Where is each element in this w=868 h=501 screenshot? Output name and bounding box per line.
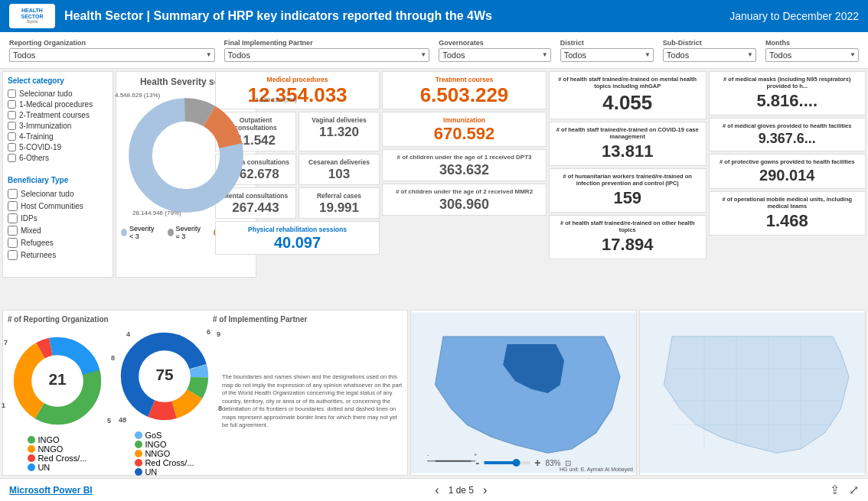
zoom-plus[interactable]: + [534,457,540,469]
legend-partner-red: Red Cross/... [135,458,194,467]
filter-gov-label: Governorates [439,39,551,47]
filter-gov-select-wrapper[interactable]: Todos [439,48,551,62]
ben-item-refugee[interactable]: Refugees [8,238,108,248]
prev-page-button[interactable]: ‹ [435,483,439,497]
zoom-slider-thumb[interactable] [512,459,520,467]
legend-dot-partner-un [135,468,142,476]
category-checkbox-6[interactable] [8,154,16,162]
category-title: Select category [8,76,108,85]
kpi-other-topics-lbl: # of health staff trained/re-trained on … [553,220,702,233]
filter-months-select-wrapper[interactable]: Todos [765,48,859,62]
kpi-dpt3-lbl: # of children under the age of 1 receive… [387,154,541,161]
filter-gov-select[interactable]: Todos [439,48,551,62]
legend-red-cross: Red Cross/... [28,454,86,463]
filter-subdistrict-select-wrapper[interactable]: Todos [663,48,756,62]
kpi-vaginal: Vaginal deliveries 11.320 [299,112,380,151]
fullscreen-icon[interactable]: ⤢ [849,483,859,497]
category-item-5[interactable]: 5-COVID-19 [8,143,108,151]
reporting-title: # of Reporting Organization [8,315,197,324]
legend-dot-eq3 [168,229,174,236]
syria-map-1: - + HG unit: E. Ayman Al Mobayed - + 83%… [410,310,637,476]
filter-subdistrict-select[interactable]: Todos [663,48,756,62]
kpi-referral-val: 19.991 [304,201,374,214]
kpi-masks-val: 5.816.... [713,91,862,111]
category-item-3[interactable]: 3-Immunization [8,122,108,130]
severity-label-gt3: 4.548.629 (13%) [115,92,160,99]
category-checkbox-5[interactable] [8,143,16,151]
category-checkbox-all[interactable] [8,89,16,98]
ben-checkbox-host[interactable] [8,201,18,211]
syria-map-2 [639,310,866,476]
category-item-4[interactable]: 4-Training [8,132,108,141]
filter-reporting-org-select[interactable]: Todos [9,48,215,62]
kpi-other-topics-val: 17.894 [553,235,702,255]
powerbi-link[interactable]: Microsoft Power BI [9,485,93,496]
category-checkbox-2[interactable] [8,111,16,119]
filter-subdistrict-label: Sub-District [663,39,756,47]
reporting-legend: INGO NNGO Red Cross/... UN [28,435,86,472]
partner-donut-wrap: 75 4 6 9 8 48 [115,327,214,428]
ben-checkbox-returnee[interactable] [8,250,18,260]
label-partner-red: 8 [218,405,222,412]
next-page-button[interactable]: › [483,483,487,497]
kpi-covid-mgmt-val: 13.811 [553,142,702,161]
kpi-ipc-lbl: # of humanitarian workers trained/re-tra… [553,173,702,187]
kpi-covid-mgmt: # of health staff trained/re-trained on … [549,122,706,166]
legend-un-org: UN [28,463,86,472]
category-checkbox-3[interactable] [8,122,16,130]
legend-dot-un [28,464,35,471]
ben-checkbox-refugee[interactable] [8,238,18,248]
disclaimer: The boundaries and names shown and the d… [222,373,403,430]
ben-checkbox-all[interactable] [8,189,18,199]
kpi-mhgap: # of health staff trained/re-trained on … [549,71,706,119]
legend-dot-nngo [28,445,35,453]
content-row: Select category Selecionar tudo 1-Medica… [0,69,868,310]
left-top: Select category Selecionar tudo 1-Medica… [2,71,213,278]
ben-checkbox-idp[interactable] [8,213,18,223]
filter-final-partner: Final Implementing Partner Todos [221,32,433,68]
filter-district-select-wrapper[interactable]: Todos [560,48,654,62]
ben-checkbox-mixed[interactable] [8,226,18,236]
legend-dot-partner-ingo [135,441,142,448]
category-item-2[interactable]: 2-Treatment courses [8,111,108,119]
category-item-6[interactable]: 6-Others [8,154,108,162]
beneficiary-section: Beneficiary Type Selecionar tudo Host Co… [8,176,108,260]
category-item-all[interactable]: Selecionar tudo [8,89,108,98]
filter-district-select[interactable]: Todos [560,48,654,62]
kpi-treatment: Treatment courses 6.503.229 [382,71,547,109]
legend-dot-redcross [28,454,35,462]
zoom-controls: - + 83% ⊡ [476,457,572,469]
ben-item-host[interactable]: Host Communities [8,201,108,211]
legend-dot-gos [135,431,142,439]
kpi-masks: # of medical masks (including N95 respir… [709,71,866,115]
legend-ingo: INGO [28,435,86,444]
legend-dot-partner-red [135,459,142,467]
filter-final-partner-select-wrapper[interactable]: Todos [224,48,430,62]
partner-chart: 75 4 6 9 8 48 GoS INGO NNGO Red Cross/..… [115,327,214,477]
legend-partner-ingo: INGO [135,440,194,449]
legend-nngo: NNGO [28,444,86,454]
kpi-treatment-lbl: Treatment courses [387,76,541,83]
ben-item-mixed[interactable]: Mixed [8,226,108,236]
legend-dot-ingo [28,436,35,444]
ben-item-idp[interactable]: IDPs [8,213,108,223]
filter-reporting-org-select-wrapper[interactable]: Todos [9,48,215,62]
kpi-referral: Referral cases 19.991 [299,187,380,219]
zoom-slider-fill [484,461,516,464]
filter-final-partner-select[interactable]: Todos [224,48,430,62]
logo-text: HEALTH SECTOR Syria [21,8,43,24]
category-checkbox-1[interactable] [8,100,16,109]
kpi-mmr2: # of children under the age of 2 receive… [382,184,547,216]
category-checkbox-4[interactable] [8,132,16,141]
label-partner-ingo: 6 [207,328,210,336]
ben-item-returnee[interactable]: Returnees [8,250,108,260]
zoom-minus[interactable]: - [476,457,480,469]
share-icon[interactable]: ⇪ [830,483,840,497]
zoom-icon[interactable]: ⊡ [565,459,571,467]
kpi-referral-lbl: Referral cases [304,192,374,200]
severity-label-lt3: 28.144.946 (79%) [132,210,181,216]
kpi-dpt3: # of children under the age of 1 receive… [382,149,547,181]
filter-months-select[interactable]: Todos [765,48,859,62]
category-item-1[interactable]: 1-Medical procedures [8,100,108,109]
ben-item-all[interactable]: Selecionar tudo [8,189,108,199]
